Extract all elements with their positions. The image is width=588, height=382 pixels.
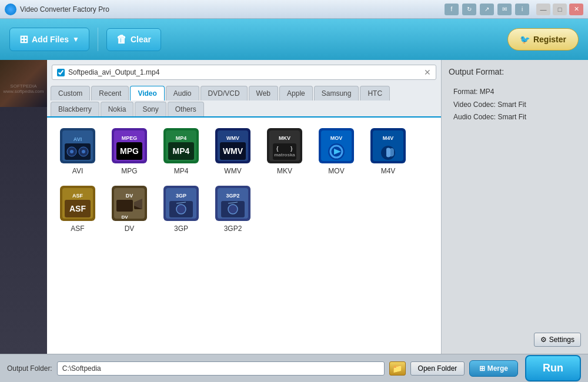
svg-text:ASF: ASF bbox=[72, 193, 83, 199]
format-item-m4v[interactable]: M4VM4V bbox=[365, 125, 412, 177]
tab-video[interactable]: Video bbox=[130, 86, 164, 100]
svg-text:matroska: matroska bbox=[274, 152, 295, 158]
maximize-button[interactable]: □ bbox=[553, 4, 567, 15]
svg-text:DV: DV bbox=[121, 215, 128, 220]
titlebar: Video Converter Factory Pro f ↻ ↗ ✉ i — … bbox=[0, 0, 588, 19]
format-item-dv[interactable]: DVDVDV bbox=[106, 182, 153, 235]
file-checkbox[interactable] bbox=[57, 69, 65, 76]
svg-point-55 bbox=[176, 205, 186, 214]
format-item-mp4[interactable]: MP4MP4MP4 bbox=[158, 125, 205, 177]
tab-nokia[interactable]: Nokia bbox=[101, 102, 134, 116]
svg-rect-47 bbox=[116, 200, 133, 212]
format-label-mp4: MP4 bbox=[174, 167, 189, 175]
share-icon[interactable]: ↗ bbox=[480, 4, 494, 15]
chat-icon[interactable]: ✉ bbox=[497, 4, 512, 15]
format-item-mkv[interactable]: MKV{}matroskaMKV bbox=[261, 125, 308, 177]
clear-button[interactable]: 🗑 Clear bbox=[106, 28, 161, 51]
format-label-avi: AVI bbox=[72, 167, 83, 175]
tab-apple[interactable]: Apple bbox=[279, 86, 313, 100]
format-item-wmv[interactable]: WMVWMVWMV bbox=[209, 125, 256, 177]
file-item: Softpedia_avi_Output_1.mp4 ✕ bbox=[52, 65, 436, 80]
format-label-wmv: WMV bbox=[224, 167, 241, 175]
file-name: Softpedia_avi_Output_1.mp4 bbox=[68, 68, 424, 76]
format-icon-wmv: WMVWMV bbox=[214, 127, 252, 165]
svg-text:MP4: MP4 bbox=[176, 135, 187, 141]
output-path-input[interactable] bbox=[57, 361, 385, 376]
format-label-m4v: M4V bbox=[381, 167, 396, 175]
tab-recent[interactable]: Recent bbox=[91, 86, 129, 100]
svg-text:MPG: MPG bbox=[120, 146, 139, 156]
tab-sony[interactable]: Sony bbox=[135, 102, 166, 116]
tab-dvd[interactable]: DVD/VCD bbox=[201, 86, 248, 100]
svg-text:{: { bbox=[276, 146, 279, 152]
open-folder-button[interactable]: Open Folder bbox=[410, 361, 465, 376]
register-button[interactable]: 🐦 Register bbox=[507, 28, 579, 51]
tab-others[interactable]: Others bbox=[168, 102, 204, 116]
add-files-label: Add Files bbox=[32, 35, 69, 44]
format-grid: AVIAVIMPEGMPGMPGMP4MP4MP4WMVWMVWMVMKV{}m… bbox=[47, 118, 441, 354]
format-item-3gp2[interactable]: 3GP23GP2 bbox=[209, 182, 256, 235]
format-label-asf: ASF bbox=[71, 224, 84, 233]
clear-label: Clear bbox=[131, 35, 151, 44]
toolbar-separator bbox=[98, 28, 98, 51]
output-folder-label: Output Folder: bbox=[7, 364, 52, 373]
refresh-icon[interactable]: ↻ bbox=[462, 4, 476, 15]
output-panel: Output Format: Format: MP4 Video Codec: … bbox=[441, 60, 588, 354]
format-label-dv: DV bbox=[125, 224, 135, 233]
output-format-title: Output Format: bbox=[449, 67, 581, 76]
svg-text:MOV: MOV bbox=[330, 135, 343, 141]
app-icon bbox=[5, 4, 16, 15]
format-icon-asf: ASFASF bbox=[59, 185, 96, 222]
format-label-3gp: 3GP bbox=[174, 224, 188, 233]
format-icon-3gp: 3GP bbox=[162, 185, 200, 222]
add-files-icon: ⊞ bbox=[19, 33, 28, 46]
format-item-avi[interactable]: AVIAVI bbox=[54, 125, 101, 177]
add-files-button[interactable]: ⊞ Add Files ▼ bbox=[9, 28, 89, 51]
svg-text:}: } bbox=[290, 146, 293, 152]
minimize-button[interactable]: — bbox=[536, 4, 550, 15]
format-item-mpg[interactable]: MPEGMPGMPG bbox=[106, 125, 153, 177]
svg-text:MP4: MP4 bbox=[173, 146, 190, 156]
tab-blackberry[interactable]: Blackberry bbox=[51, 102, 99, 116]
run-button[interactable]: Run bbox=[525, 355, 581, 381]
format-item-mov[interactable]: MOVMOV bbox=[313, 125, 360, 177]
format-icon-mov: MOV bbox=[318, 127, 355, 165]
close-button[interactable]: ✕ bbox=[569, 4, 583, 15]
format-label-mkv: MKV bbox=[277, 167, 292, 175]
format-icon-mkv: MKV{}matroska bbox=[266, 127, 303, 165]
file-close-button[interactable]: ✕ bbox=[424, 68, 431, 77]
tab-custom[interactable]: Custom bbox=[51, 86, 90, 100]
merge-button[interactable]: ⊞ Merge bbox=[469, 360, 518, 377]
facebook-icon[interactable]: f bbox=[445, 4, 459, 15]
format-icon-avi: AVI bbox=[59, 127, 96, 165]
format-icon-mp4: MP4MP4 bbox=[162, 127, 200, 165]
format-icon-dv: DVDV bbox=[111, 185, 148, 222]
tab-samsung[interactable]: Samsung bbox=[314, 86, 359, 100]
clear-icon: 🗑 bbox=[116, 33, 127, 46]
info-icon[interactable]: i bbox=[515, 4, 529, 15]
svg-point-7 bbox=[82, 150, 85, 153]
toolbar: ⊞ Add Files ▼ 🗑 Clear 🐦 Register bbox=[0, 19, 588, 60]
format-item-3gp[interactable]: 3GP3GP bbox=[158, 182, 205, 235]
app-title: Video Converter Factory Pro bbox=[20, 5, 445, 14]
tab-web[interactable]: Web bbox=[249, 86, 278, 100]
browse-folder-button[interactable]: 📁 bbox=[389, 361, 406, 376]
svg-text:3GP2: 3GP2 bbox=[226, 193, 239, 199]
format-item-asf[interactable]: ASFASFASF bbox=[54, 182, 101, 235]
output-info: Format: MP4 Video Codec: Smart Fit Audio… bbox=[449, 81, 581, 333]
svg-point-61 bbox=[228, 205, 238, 214]
svg-text:MKV: MKV bbox=[279, 135, 290, 141]
format-label-3gp2: 3GP2 bbox=[224, 224, 242, 233]
dropdown-arrow-icon[interactable]: ▼ bbox=[72, 35, 79, 43]
tab-htc[interactable]: HTC bbox=[360, 86, 390, 100]
format-info: Format: MP4 bbox=[453, 86, 576, 99]
svg-text:WMV: WMV bbox=[226, 135, 239, 141]
preview-panel: SOFTPEDIAwww.softpedia.com bbox=[0, 60, 47, 354]
tab-audio[interactable]: Audio bbox=[166, 86, 199, 100]
social-icons: f ↻ ↗ ✉ i bbox=[445, 4, 529, 15]
register-icon: 🐦 bbox=[520, 35, 530, 44]
svg-text:3GP: 3GP bbox=[176, 193, 186, 199]
settings-button[interactable]: ⚙ Settings bbox=[534, 333, 581, 347]
format-label-mpg: MPG bbox=[121, 167, 137, 175]
svg-text:WMV: WMV bbox=[223, 146, 243, 156]
